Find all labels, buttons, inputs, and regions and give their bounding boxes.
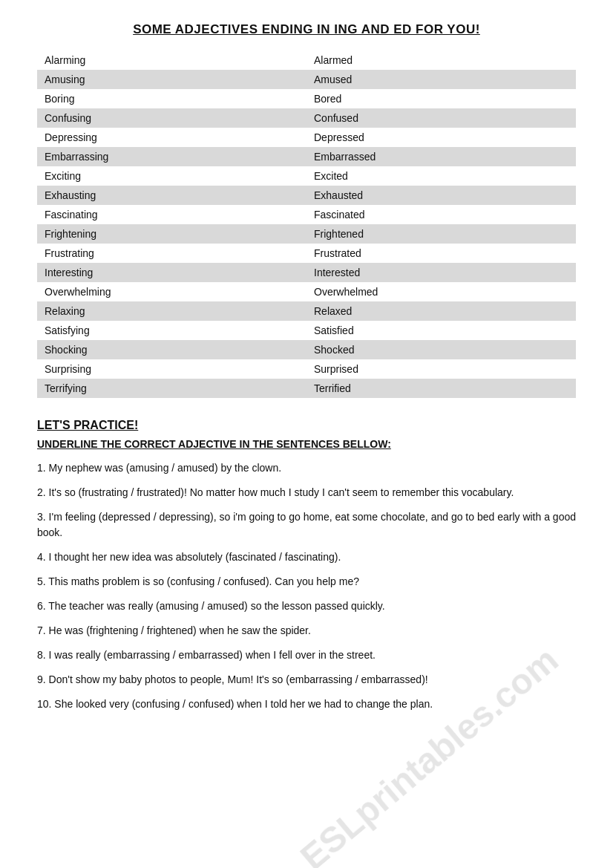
ed-form: Amused bbox=[306, 70, 576, 89]
ing-form: Frustrating bbox=[37, 244, 306, 263]
ed-form: Confused bbox=[306, 108, 576, 128]
ed-form: Relaxed bbox=[306, 301, 576, 321]
table-row: ConfusingConfused bbox=[37, 108, 576, 128]
ed-form: Shocked bbox=[306, 340, 576, 359]
table-row: OverwhelmingOverwhelmed bbox=[37, 282, 576, 301]
list-item: 3. I'm feeling (depressed / depressing),… bbox=[37, 509, 576, 541]
ed-form: Overwhelmed bbox=[306, 282, 576, 301]
ed-form: Satisfied bbox=[306, 321, 576, 340]
table-row: TerrifyingTerrified bbox=[37, 379, 576, 398]
ing-form: Depressing bbox=[37, 128, 306, 147]
list-item: 5. This maths problem is so (confusing /… bbox=[37, 574, 576, 590]
table-row: InterestingInterested bbox=[37, 263, 576, 282]
list-item: 7. He was (frightening / frightened) whe… bbox=[37, 623, 576, 639]
ed-form: Exhausted bbox=[306, 186, 576, 205]
list-item: 10. She looked very (confusing / confuse… bbox=[37, 696, 576, 712]
ing-form: Frightening bbox=[37, 224, 306, 244]
ed-form: Terrified bbox=[306, 379, 576, 398]
table-row: FrighteningFrightened bbox=[37, 224, 576, 244]
table-row: ShockingShocked bbox=[37, 340, 576, 359]
table-row: SatisfyingSatisfied bbox=[37, 321, 576, 340]
ing-form: Confusing bbox=[37, 108, 306, 128]
adjectives-table: AlarmingAlarmedAmusingAmusedBoringBoredC… bbox=[37, 50, 576, 398]
sentences-list: 1. My nephew was (amusing / amused) by t… bbox=[37, 460, 576, 712]
ing-form: Fascinating bbox=[37, 205, 306, 224]
ed-form: Alarmed bbox=[306, 50, 576, 70]
ing-form: Embarrassing bbox=[37, 147, 306, 166]
table-row: ExhaustingExhausted bbox=[37, 186, 576, 205]
ed-form: Frightened bbox=[306, 224, 576, 244]
table-row: FrustratingFrustrated bbox=[37, 244, 576, 263]
ed-form: Bored bbox=[306, 89, 576, 108]
table-row: AmusingAmused bbox=[37, 70, 576, 89]
table-row: FascinatingFascinated bbox=[37, 205, 576, 224]
ed-form: Interested bbox=[306, 263, 576, 282]
ing-form: Overwhelming bbox=[37, 282, 306, 301]
ing-form: Boring bbox=[37, 89, 306, 108]
ing-form: Satisfying bbox=[37, 321, 306, 340]
ing-form: Shocking bbox=[37, 340, 306, 359]
ing-form: Interesting bbox=[37, 263, 306, 282]
ed-form: Depressed bbox=[306, 128, 576, 147]
ing-form: Amusing bbox=[37, 70, 306, 89]
list-item: 4. I thought her new idea was absolutely… bbox=[37, 549, 576, 565]
table-row: SurprisingSurprised bbox=[37, 359, 576, 379]
ing-form: Surprising bbox=[37, 359, 306, 379]
ing-form: Terrifying bbox=[37, 379, 306, 398]
ing-form: Exhausting bbox=[37, 186, 306, 205]
practice-instruction: UNDERLINE THE CORRECT ADJECTIVE IN THE S… bbox=[37, 438, 576, 450]
list-item: 8. I was really (embarrassing / embarras… bbox=[37, 647, 576, 663]
table-row: BoringBored bbox=[37, 89, 576, 108]
list-item: 9. Don't show my baby photos to people, … bbox=[37, 672, 576, 688]
practice-section-title: LET'S PRACTICE! bbox=[37, 419, 576, 432]
list-item: 6. The teacher was really (amusing / amu… bbox=[37, 598, 576, 614]
ed-form: Frustrated bbox=[306, 244, 576, 263]
table-row: DepressingDepressed bbox=[37, 128, 576, 147]
list-item: 1. My nephew was (amusing / amused) by t… bbox=[37, 460, 576, 476]
ed-form: Surprised bbox=[306, 359, 576, 379]
list-item: 2. It's so (frustrating / frustrated)! N… bbox=[37, 485, 576, 500]
table-row: AlarmingAlarmed bbox=[37, 50, 576, 70]
ed-form: Excited bbox=[306, 166, 576, 186]
ing-form: Exciting bbox=[37, 166, 306, 186]
ed-form: Embarrassed bbox=[306, 147, 576, 166]
ing-form: Alarming bbox=[37, 50, 306, 70]
table-row: ExcitingExcited bbox=[37, 166, 576, 186]
table-row: EmbarrassingEmbarrassed bbox=[37, 147, 576, 166]
page-title: SOME ADJECTIVES ENDING IN ING AND ED FOR… bbox=[37, 22, 576, 37]
ing-form: Relaxing bbox=[37, 301, 306, 321]
table-row: RelaxingRelaxed bbox=[37, 301, 576, 321]
ed-form: Fascinated bbox=[306, 205, 576, 224]
